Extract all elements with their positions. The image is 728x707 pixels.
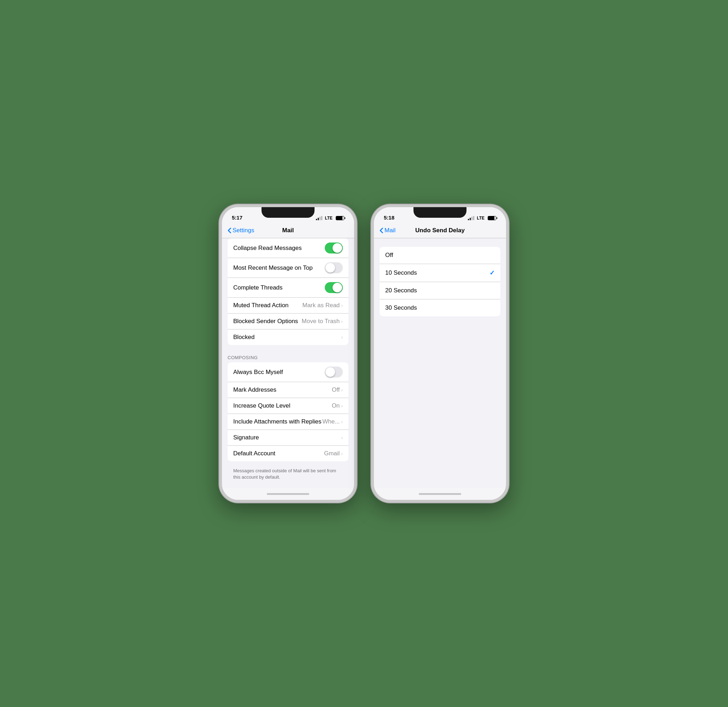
include-attachments-row[interactable]: Include Attachments with Replies Whe... …: [228, 414, 348, 430]
collapse-read-toggle[interactable]: [325, 243, 343, 253]
screen-content-2[interactable]: Off 10 Seconds ✓ 20 Seconds 30 Seconds: [374, 238, 506, 488]
back-label-2: Mail: [384, 227, 396, 234]
mark-addresses-value: Off: [332, 386, 339, 393]
checkmark-icon: ✓: [490, 269, 495, 277]
complete-threads-label: Complete Threads: [233, 284, 283, 291]
include-attachments-value: Whe...: [322, 418, 339, 425]
include-attachments-chevron-icon: ›: [341, 419, 343, 425]
complete-threads-row[interactable]: Complete Threads: [228, 278, 348, 298]
status-icons-1: LTE: [316, 215, 344, 221]
phone-1: 5:17 LTE Settings Mail: [219, 204, 357, 503]
blocked-row[interactable]: Blocked ›: [228, 330, 348, 345]
default-account-label: Default Account: [233, 450, 275, 457]
bar4-p2: [473, 216, 474, 220]
battery-body-2: [488, 216, 496, 220]
option-off-label: Off: [385, 252, 393, 259]
option-30s-row[interactable]: 30 Seconds: [380, 299, 500, 317]
bar2: [318, 218, 319, 220]
notch: [261, 207, 315, 218]
default-account-value: Gmail: [324, 450, 339, 457]
blocked-label: Blocked: [233, 334, 254, 341]
lte-label-2: LTE: [477, 215, 484, 221]
always-bcc-thumb: [325, 367, 335, 377]
muted-thread-label: Muted Thread Action: [233, 302, 289, 309]
bar1-p2: [468, 219, 469, 220]
option-10s-row[interactable]: 10 Seconds ✓: [380, 264, 500, 282]
muted-thread-row[interactable]: Muted Thread Action Mark as Read ›: [228, 298, 348, 314]
home-bar-2: [419, 493, 461, 495]
default-account-row[interactable]: Default Account Gmail ›: [228, 446, 348, 461]
back-chevron-icon-2: [380, 228, 383, 233]
increase-quote-row[interactable]: Increase Quote Level On ›: [228, 398, 348, 414]
include-attachments-label: Include Attachments with Replies: [233, 418, 321, 425]
blocked-sender-value: Move to Trash: [302, 318, 340, 325]
blocked-sender-chevron-icon: ›: [341, 318, 343, 324]
battery-body-1: [336, 216, 344, 220]
bar3: [319, 217, 321, 220]
most-recent-row[interactable]: Most Recent Message on Top: [228, 258, 348, 278]
blocked-sender-row[interactable]: Blocked Sender Options Move to Trash ›: [228, 314, 348, 330]
most-recent-toggle[interactable]: [325, 262, 343, 273]
default-account-chevron-icon: ›: [341, 451, 343, 456]
collapse-read-thumb: [332, 243, 342, 253]
home-bar-1: [267, 493, 309, 495]
mark-addresses-row[interactable]: Mark Addresses Off ›: [228, 382, 348, 398]
always-bcc-row[interactable]: Always Bcc Myself: [228, 362, 348, 382]
lte-label-1: LTE: [325, 215, 332, 221]
always-bcc-toggle[interactable]: [325, 367, 343, 377]
option-10s-label: 10 Seconds: [385, 269, 417, 276]
muted-thread-chevron-icon: ›: [341, 302, 343, 308]
nav-title-1: Mail: [282, 227, 294, 234]
status-time-2: 5:18: [384, 215, 394, 221]
battery-fill-1: [336, 216, 342, 220]
screen-content-1[interactable]: Collapse Read Messages Most Recent Messa…: [222, 238, 354, 488]
threading-group: Collapse Read Messages Most Recent Messa…: [228, 238, 348, 345]
option-off-row[interactable]: Off: [380, 247, 500, 264]
phone-2: 5:18 LTE Mail Undo Send Delay: [371, 204, 509, 503]
notch-2: [413, 207, 467, 218]
muted-thread-value: Mark as Read: [302, 302, 340, 309]
back-label-1: Settings: [233, 227, 254, 234]
default-account-right: Gmail ›: [324, 450, 343, 457]
increase-quote-chevron-icon: ›: [341, 403, 343, 409]
signature-row[interactable]: Signature ›: [228, 430, 348, 446]
signal-bars-2: [468, 216, 474, 220]
undo-delay-options-group: Off 10 Seconds ✓ 20 Seconds 30 Seconds: [380, 247, 500, 317]
back-chevron-icon-1: [228, 228, 231, 233]
battery-2: [486, 216, 496, 220]
increase-quote-label: Increase Quote Level: [233, 402, 290, 409]
option-30s-label: 30 Seconds: [385, 304, 417, 311]
back-button-2[interactable]: Mail: [380, 227, 396, 234]
nav-bar-2: Mail Undo Send Delay: [374, 223, 506, 238]
most-recent-thumb: [325, 263, 335, 273]
blocked-sender-right: Move to Trash ›: [302, 318, 343, 325]
include-attachments-right: Whe... ›: [322, 418, 343, 425]
composing-footer: Messages created outside of Mail will be…: [222, 465, 354, 482]
collapse-read-row[interactable]: Collapse Read Messages: [228, 238, 348, 258]
complete-threads-thumb: [332, 283, 342, 292]
sending-section-header: SENDING: [222, 482, 354, 488]
increase-quote-value: On: [332, 402, 340, 409]
status-icons-2: LTE: [468, 215, 496, 221]
complete-threads-toggle[interactable]: [325, 282, 343, 293]
bar4: [321, 216, 322, 220]
mark-addresses-right: Off ›: [332, 386, 343, 393]
back-button-1[interactable]: Settings: [228, 227, 254, 234]
battery-1: [334, 216, 344, 220]
increase-quote-right: On ›: [332, 402, 343, 409]
home-indicator-2: [374, 488, 506, 500]
bar1: [316, 219, 317, 220]
home-indicator-1: [222, 488, 354, 500]
signature-label: Signature: [233, 434, 259, 441]
nav-title-2: Undo Send Delay: [415, 227, 465, 234]
mark-addresses-label: Mark Addresses: [233, 386, 276, 393]
composing-group: Always Bcc Myself Mark Addresses Off › I…: [228, 362, 348, 461]
blocked-sender-label: Blocked Sender Options: [233, 318, 298, 325]
always-bcc-label: Always Bcc Myself: [233, 369, 283, 376]
bar3-p2: [471, 217, 472, 220]
bar2-p2: [469, 218, 471, 220]
option-20s-row[interactable]: 20 Seconds: [380, 282, 500, 299]
battery-fill-2: [488, 216, 494, 220]
mark-addresses-chevron-icon: ›: [341, 387, 343, 393]
blocked-chevron-icon: ›: [341, 334, 343, 340]
